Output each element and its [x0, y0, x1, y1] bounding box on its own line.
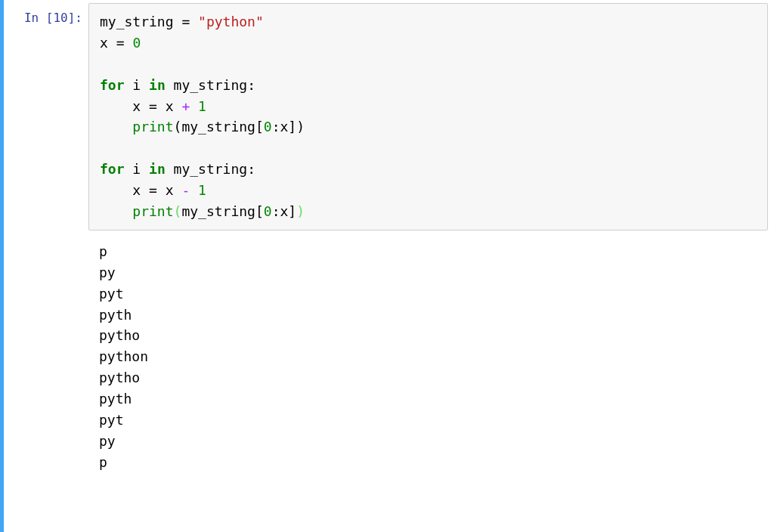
- code-token: [125, 161, 133, 177]
- output-line: p: [99, 241, 757, 262]
- code-token: [125, 35, 133, 51]
- output-line: pyth: [99, 305, 757, 326]
- code-token: 0: [264, 203, 272, 219]
- code-token: x: [100, 35, 108, 51]
- code-token: my_string: [174, 161, 248, 177]
- code-token: x: [280, 203, 288, 219]
- code-token: ): [296, 119, 305, 135]
- code-token: [141, 182, 149, 198]
- code-token: "python": [198, 14, 264, 29]
- code-token: ]: [288, 203, 296, 219]
- code-token: x: [132, 98, 141, 114]
- output-line: p: [99, 452, 757, 473]
- output-line: python: [99, 346, 757, 367]
- code-token: for: [100, 161, 125, 177]
- code-token: [190, 182, 198, 198]
- code-token: (: [174, 203, 182, 219]
- code-token: =: [149, 182, 157, 198]
- code-token: :: [272, 119, 280, 135]
- code-token: [108, 35, 116, 51]
- output-line: py: [99, 431, 757, 452]
- code-token: in: [149, 161, 166, 177]
- code-token: =: [149, 98, 157, 114]
- cell-output: ppypytpythpythopythonpythopythpytpyp: [88, 230, 768, 473]
- output-line: pyt: [99, 410, 757, 431]
- code-token: [: [255, 119, 264, 135]
- code-token: x: [132, 182, 141, 198]
- code-token: x: [280, 119, 288, 135]
- code-token: x: [166, 182, 174, 198]
- code-token: my_string: [100, 14, 174, 29]
- code-token: [125, 77, 133, 93]
- code-token: [141, 98, 149, 114]
- code-token: 1: [198, 182, 206, 198]
- input-prompt: In [10]:: [7, 3, 88, 526]
- code-token: in: [149, 77, 166, 93]
- cell-body: my_string = "python" x = 0 for i in my_s…: [88, 3, 768, 526]
- code-token: [157, 98, 166, 114]
- code-token: =: [181, 14, 190, 29]
- code-token: i: [132, 161, 141, 177]
- code-token: :: [247, 161, 255, 177]
- output-line: pytho: [99, 325, 757, 346]
- code-token: [174, 182, 182, 198]
- notebook-cell: In [10]: my_string = "python" x = 0 for …: [0, 0, 774, 532]
- code-token: [190, 98, 198, 114]
- code-token: 0: [132, 35, 141, 51]
- code-token: my_string: [174, 77, 248, 93]
- code-token: [141, 77, 149, 93]
- code-token: [157, 182, 166, 198]
- code-token: [166, 77, 174, 93]
- output-line: pyt: [99, 283, 757, 305]
- output-line: py: [99, 262, 757, 283]
- code-token: =: [116, 35, 125, 51]
- output-line: pyth: [99, 388, 757, 410]
- code-token: :: [272, 203, 280, 219]
- code-token: print: [132, 119, 173, 135]
- code-token: -: [181, 182, 190, 198]
- code-token: for: [100, 77, 125, 93]
- code-token: (: [174, 119, 182, 135]
- code-token: 1: [198, 98, 206, 114]
- code-token: i: [132, 77, 141, 93]
- code-token: [174, 98, 182, 114]
- code-token: ]: [288, 119, 296, 135]
- code-token: [174, 14, 182, 29]
- code-token: +: [181, 98, 190, 114]
- code-token: [: [255, 203, 264, 219]
- code-token: my_string: [181, 203, 255, 219]
- code-token: [190, 14, 198, 29]
- code-token: [141, 161, 149, 177]
- code-token: my_string: [181, 119, 255, 135]
- output-line: pytho: [99, 367, 757, 388]
- code-token: ): [296, 203, 305, 219]
- code-token: :: [247, 77, 255, 93]
- code-input[interactable]: my_string = "python" x = 0 for i in my_s…: [88, 3, 768, 230]
- code-token: x: [166, 98, 174, 114]
- code-token: [166, 161, 174, 177]
- code-token: print: [132, 203, 173, 219]
- code-token: 0: [264, 119, 272, 135]
